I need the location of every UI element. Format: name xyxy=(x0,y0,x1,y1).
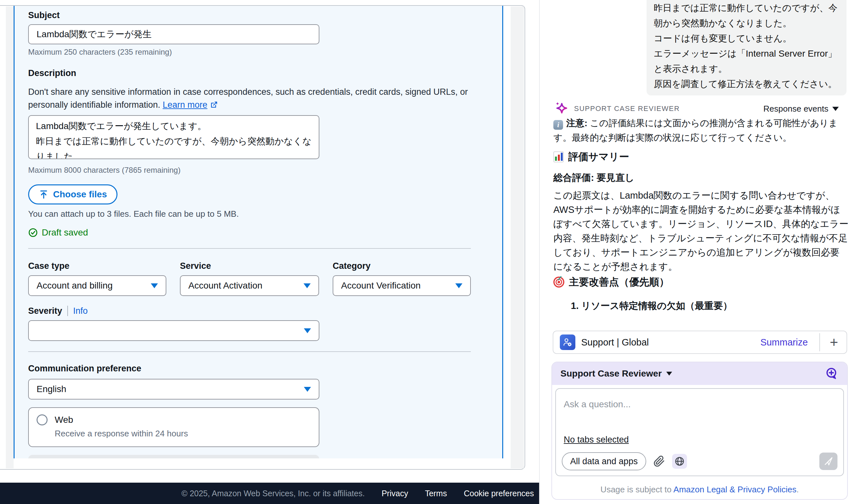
web-option-label: Web xyxy=(55,415,73,425)
question-placeholder: Ask a question... xyxy=(564,399,631,410)
agent-response-header: SUPPORT CASE REVIEWER Response events xyxy=(553,101,839,117)
send-icon xyxy=(823,456,833,466)
subject-label: Subject xyxy=(28,10,471,20)
overall-assessment: 総合評価: 要見直し xyxy=(553,172,634,184)
draft-saved-status: Draft saved xyxy=(28,228,471,238)
case-type-value: Account and billing xyxy=(37,281,112,291)
usage-prefix: Usage is subject to xyxy=(601,485,673,494)
assistant-side-panel: Lambda関数でエラーが発生しています。 昨日までは正常に動作していたのですが… xyxy=(539,0,853,504)
footer-link-cookie-preferences[interactable]: Cookie preferences xyxy=(464,489,534,498)
category-label: Category xyxy=(333,261,471,271)
bar-chart-icon xyxy=(553,151,564,162)
summarize-button[interactable]: Summarize xyxy=(761,337,808,348)
web-option-desc: Receive a response within 24 hours xyxy=(55,429,311,439)
case-form: Subject Maximum 250 characters (235 rema… xyxy=(15,6,471,458)
chevron-down-icon xyxy=(304,328,311,333)
improvements-heading: 主要改善点（優先順） xyxy=(553,275,669,289)
card-gutter-left xyxy=(6,6,14,468)
highlighted-form-section: Subject Maximum 250 characters (235 rema… xyxy=(14,6,503,458)
footer-link-terms[interactable]: Terms xyxy=(425,489,447,498)
sparkle-icon xyxy=(553,101,570,117)
copyright-text: © 2025, Amazon Web Services, Inc. or its… xyxy=(181,489,365,498)
footer-link-privacy[interactable]: Privacy xyxy=(381,489,408,498)
improvement-item-1: 1. リソース特定情報の欠如（最重要） xyxy=(571,300,732,312)
summary-body-text: この起票文は、Lambda関数のエラーに関する問い合わせですが、AWSサポートが… xyxy=(553,188,849,274)
description-textarea[interactable]: Lambda関数でエラーが発生しています。 昨日までは正常に動作していたのですが… xyxy=(28,115,319,159)
web-radio[interactable] xyxy=(37,414,48,426)
usage-policy-note: Usage is subject to Amazon Legal & Priva… xyxy=(552,485,847,494)
support-tab-icon xyxy=(560,335,575,350)
legal-policies-link[interactable]: Amazon Legal & Privacy Policies xyxy=(673,485,796,494)
choose-files-button[interactable]: Choose files xyxy=(28,184,118,204)
draft-saved-label: Draft saved xyxy=(42,228,88,238)
card-divider xyxy=(819,333,820,351)
communication-preference-label: Communication preference xyxy=(28,364,471,374)
label-divider xyxy=(67,306,68,316)
create-case-card: Subject Maximum 250 characters (235 rema… xyxy=(0,5,525,470)
globe-icon xyxy=(674,456,685,467)
notice-bold: 注意: xyxy=(566,118,587,128)
description-help-text: Maximum 8000 characters (7865 remaining) xyxy=(28,166,471,175)
description-note: Don't share any sensitive information in… xyxy=(28,85,471,111)
console-footer: © 2025, Amazon Web Services, Inc. or its… xyxy=(0,483,539,504)
summary-heading: 評価サマリー xyxy=(553,150,629,164)
phone-option-card: Phone xyxy=(28,455,319,458)
usage-suffix: . xyxy=(796,485,799,494)
assistant-title: Support Case Reviewer xyxy=(561,368,662,379)
new-chat-icon[interactable] xyxy=(824,366,839,381)
web-option-card[interactable]: Web Receive a response within 24 hours xyxy=(28,407,319,447)
assistant-chat-container: Support Case Reviewer Ask a question... … xyxy=(551,362,848,500)
browser-context-card: Support | Global Summarize + xyxy=(553,330,847,354)
response-events-dropdown[interactable]: Response events xyxy=(763,104,839,114)
service-select[interactable]: Account Activation xyxy=(180,275,319,296)
upload-icon xyxy=(39,190,49,199)
language-select[interactable]: English xyxy=(28,379,319,399)
language-value: English xyxy=(37,384,66,394)
assessment-notice: i注意: この評価結果には文面からの推測が含まれる可能性があります。最終的な判断… xyxy=(553,116,849,145)
web-search-button[interactable] xyxy=(672,454,687,469)
agent-name-label: SUPPORT CASE REVIEWER xyxy=(574,105,680,113)
summary-heading-label: 評価サマリー xyxy=(568,150,629,164)
chevron-down-icon xyxy=(151,283,158,288)
section-divider xyxy=(28,351,471,352)
subject-help-text: Maximum 250 characters (235 remaining) xyxy=(28,48,471,57)
external-link-icon xyxy=(210,101,218,109)
section-divider xyxy=(28,248,471,249)
case-type-label: Case type xyxy=(28,261,166,271)
chevron-down-icon xyxy=(304,283,310,288)
chevron-down-icon xyxy=(304,387,311,392)
all-data-and-apps-pill[interactable]: All data and apps xyxy=(562,452,646,470)
notice-text: この評価結果には文面からの推測が含まれる可能性があります。最終的な判断は実際の状… xyxy=(553,118,838,143)
description-label: Description xyxy=(28,68,471,78)
check-circle-icon xyxy=(28,228,38,237)
improvements-heading-label: 主要改善点（優先順） xyxy=(569,275,669,289)
choose-files-label: Choose files xyxy=(53,189,107,200)
severity-select[interactable] xyxy=(28,320,319,341)
learn-more-link[interactable]: Learn more xyxy=(163,100,208,110)
attach-help-text: You can attach up to 3 files. Each file … xyxy=(28,209,471,219)
chevron-down-icon xyxy=(832,107,839,111)
add-context-button[interactable]: + xyxy=(828,335,840,349)
response-events-label: Response events xyxy=(763,104,829,114)
chevron-down-icon xyxy=(455,283,462,288)
assistant-selector-header[interactable]: Support Case Reviewer xyxy=(552,362,847,385)
target-icon xyxy=(553,276,564,288)
question-input-area[interactable]: Ask a question... No tabs selected All d… xyxy=(555,388,844,476)
send-button[interactable] xyxy=(819,453,837,470)
subject-input[interactable] xyxy=(28,24,319,44)
context-tab-title: Support | Global xyxy=(581,337,649,348)
paperclip-icon[interactable] xyxy=(653,455,665,467)
console-main-area: Subject Maximum 250 characters (235 rema… xyxy=(0,0,539,504)
no-tabs-selected-link[interactable]: No tabs selected xyxy=(564,435,629,445)
service-value: Account Activation xyxy=(188,281,263,291)
category-select[interactable]: Account Verification xyxy=(333,275,471,296)
service-label: Service xyxy=(180,261,319,271)
user-chat-message: Lambda関数でエラーが発生しています。 昨日までは正常に動作していたのですが… xyxy=(646,0,847,95)
input-toolbar: All data and apps xyxy=(562,452,837,470)
severity-info-link[interactable]: Info xyxy=(73,306,88,316)
case-type-select[interactable]: Account and billing xyxy=(28,275,166,296)
severity-label: Severity xyxy=(28,306,62,316)
chevron-down-icon xyxy=(666,372,672,376)
card-gutter-right xyxy=(511,6,524,468)
info-icon: i xyxy=(553,120,563,130)
